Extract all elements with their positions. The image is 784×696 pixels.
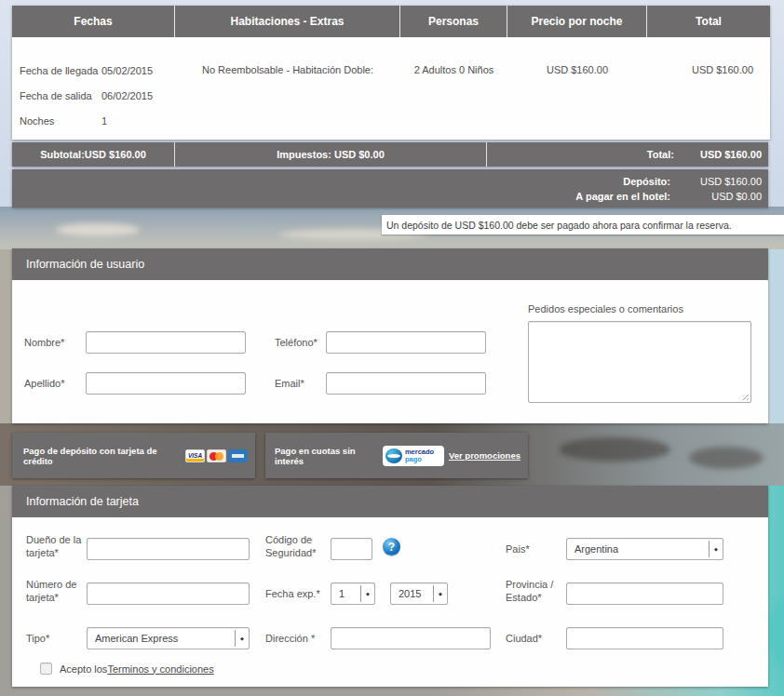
user-info-panel: Información de usuario Nombre* Apellido*… [12, 248, 768, 423]
terms-checkbox[interactable] [40, 663, 52, 675]
card-type-select[interactable]: American Express [87, 627, 250, 649]
pay-at-hotel-row: A pagar en el hotel: USD $0.00 [575, 189, 762, 204]
deposit-label: Depósito: [623, 174, 670, 189]
nombre-label: Nombre* [24, 336, 64, 349]
background-detail [689, 447, 764, 469]
exp-year-select[interactable]: 2015 [390, 582, 448, 605]
card-info-body: Dueño de la tarjeta* Código de Seguridad… [12, 517, 768, 687]
departure-date-row: Fecha de salida 06/02/2015 [20, 83, 153, 108]
card-info-panel: Información de tarjeta Dueño de la tarje… [12, 486, 768, 687]
arrival-date-label: Fecha de llegada [20, 65, 101, 76]
card-owner-input[interactable] [87, 538, 250, 560]
card-brand-icons: VISA [185, 449, 248, 462]
comments-label: Pedidos especiales o comentarios [528, 302, 683, 315]
comments-textarea[interactable] [528, 321, 751, 403]
exp-month-value: 1 [339, 588, 345, 599]
dropdown-arrow-icon [360, 585, 374, 602]
table-row: Fecha de llegada 05/02/2015 Fecha de sal… [12, 37, 770, 140]
deposit-panel: Depósito: USD $160.00 A pagar en el hote… [12, 169, 768, 207]
installments-payment-bar: Pago en cuotas sin interés mercado pago … [265, 433, 528, 478]
nights-label: Noches [20, 115, 101, 127]
mercadopago-wordmark: mercado pago [405, 448, 434, 463]
terms-row: Acepto los Terminos y condiciones [40, 663, 214, 675]
city-input[interactable] [566, 627, 723, 649]
apellido-input[interactable] [86, 372, 246, 395]
nights-row: Noches 1 [20, 108, 153, 133]
country-select[interactable]: Argentina [566, 538, 723, 560]
nights-value: 1 [101, 115, 107, 127]
departure-date-value: 06/02/2015 [101, 90, 153, 101]
taxes-text: Impuestos: USD $0.00 [175, 142, 487, 167]
pay-at-hotel-value: USD $0.00 [670, 189, 762, 204]
cvv-help-icon[interactable] [383, 538, 400, 555]
card-owner-label: Dueño de la tarjeta* [26, 533, 88, 559]
row-total-cell: USD $160.00 [647, 58, 761, 83]
persons-cell: 2 Adultos 0 Niños [400, 58, 507, 83]
cvv-label: Código de Seguridad* [265, 533, 331, 559]
email-input[interactable] [326, 372, 486, 395]
mastercard-icon [207, 449, 226, 462]
column-header-total: Total [647, 6, 770, 37]
booking-checkout-page: Fechas Habitaciones - Extras Personas Pr… [0, 0, 784, 696]
apellido-label: Apellido* [24, 377, 64, 390]
pay-at-hotel-label: A pagar en el hotel: [575, 189, 670, 204]
state-input[interactable] [566, 582, 723, 605]
card-number-input[interactable] [87, 582, 250, 605]
telefono-input[interactable] [326, 331, 486, 354]
dropdown-arrow-icon [709, 541, 723, 557]
user-info-body: Nombre* Apellido* Teléfono* Email* Pedid… [12, 280, 768, 423]
column-header-habitaciones: Habitaciones - Extras [175, 6, 400, 37]
arrival-date-value: 05/02/2015 [101, 65, 153, 76]
room-type-cell: No Reembolsable - Habitación Doble: [175, 58, 400, 83]
mercadopago-icon: mercado pago [383, 446, 444, 466]
mercadopago-circle-icon [385, 448, 402, 463]
state-label: Provincia / Estado* [506, 578, 567, 604]
column-header-personas: Personas [400, 6, 507, 37]
country-selected-value: Argentina [574, 543, 618, 555]
terms-link[interactable]: Terminos y condiciones [107, 663, 213, 675]
column-header-precio: Precio por noche [507, 6, 647, 37]
credit-card-payment-text: Pago de depósito con tarjeta de crédito [23, 446, 185, 466]
dropdown-arrow-icon [235, 630, 249, 647]
city-label: Ciudad* [506, 632, 567, 645]
promotions-link[interactable]: Ver promociones [449, 450, 520, 461]
total-cell: Total: USD $160.00 [487, 142, 768, 167]
price-per-night-cell: USD $160.00 [507, 58, 647, 83]
terms-prefix-text: Acepto los [60, 663, 107, 675]
amex-icon [228, 449, 248, 462]
arrival-date-row: Fecha de llegada 05/02/2015 [20, 58, 153, 83]
booking-summary-table: Fechas Habitaciones - Extras Personas Pr… [12, 6, 770, 140]
subtotal-text: Subtotal:USD $160.00 [12, 142, 175, 167]
user-info-title: Información de usuario [12, 248, 768, 280]
exp-year-value: 2015 [399, 588, 421, 599]
column-header-fechas: Fechas [12, 6, 175, 37]
visa-icon: VISA [185, 449, 205, 462]
dropdown-arrow-icon [433, 585, 447, 602]
telefono-label: Teléfono* [275, 336, 318, 349]
deposit-value: USD $160.00 [670, 174, 762, 189]
departure-date-label: Fecha de salida [20, 90, 101, 101]
total-label: Total: [647, 149, 674, 160]
installments-text: Pago en cuotas sin interés [275, 446, 378, 466]
card-info-title: Información de tarjeta [12, 486, 768, 517]
exp-month-select[interactable]: 1 [331, 582, 375, 605]
background-detail [559, 437, 670, 462]
deposit-row: Depósito: USD $160.00 [623, 174, 762, 189]
total-value: USD $160.00 [700, 149, 762, 160]
dates-cell: Fecha de llegada 05/02/2015 Fecha de sal… [20, 58, 153, 133]
table-header-row: Fechas Habitaciones - Extras Personas Pr… [12, 6, 770, 37]
address-label: Dirección * [265, 632, 331, 645]
nombre-input[interactable] [86, 331, 246, 354]
card-number-label: Número de tarjeta* [26, 578, 88, 604]
address-input[interactable] [331, 627, 491, 649]
cvv-input[interactable] [331, 538, 372, 560]
card-type-label: Tipo* [26, 632, 88, 645]
country-label: Pais* [506, 542, 567, 555]
exp-date-label: Fecha exp.* [265, 587, 331, 600]
card-type-value: American Express [95, 633, 178, 644]
deposit-note: Un depósito de USD $160.00 debe ser paga… [382, 215, 784, 234]
background-detail [56, 223, 140, 236]
email-label: Email* [275, 377, 304, 390]
credit-card-payment-bar: Pago de depósito con tarjeta de crédito … [12, 433, 255, 478]
summary-bar: Subtotal:USD $160.00 Impuestos: USD $0.0… [12, 142, 768, 167]
